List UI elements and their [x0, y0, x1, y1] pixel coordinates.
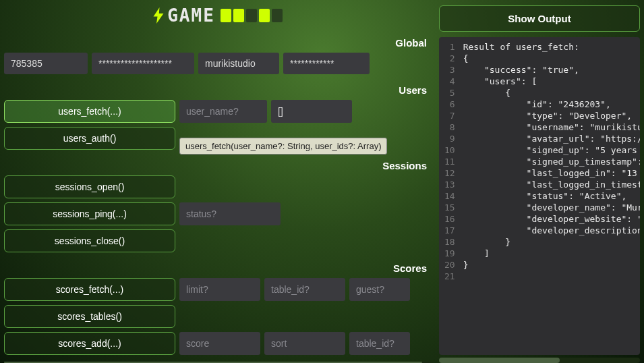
section-header-scores: Scores: [4, 260, 431, 278]
logo-jolt-blocks: [221, 9, 283, 22]
sessions-ping-status-input[interactable]: [179, 202, 281, 225]
sessions-ping-button[interactable]: sessions_ping(...): [4, 202, 175, 225]
section-header-sessions: Sessions: [4, 157, 431, 175]
function-signature-tooltip: users_fetch(user_name?: String, user_ids…: [179, 138, 387, 155]
logo-game-text: GAME: [167, 5, 215, 26]
scores-add-tableid-input[interactable]: [349, 332, 410, 355]
bolt-icon: [152, 7, 165, 24]
users-fetch-button[interactable]: users_fetch(...): [4, 100, 175, 123]
logo: GAME: [4, 5, 431, 26]
section-header-users: Users: [4, 82, 431, 100]
output-code-view: 123456789101112131415161718192021 Result…: [439, 37, 640, 355]
scores-fetch-guest-input[interactable]: [349, 278, 410, 301]
sessions-open-button[interactable]: sessions_open(): [4, 175, 175, 198]
right-horizontal-scrollbar[interactable]: [439, 358, 640, 363]
svg-marker-0: [154, 7, 164, 24]
users-auth-button[interactable]: users_auth(): [4, 127, 175, 150]
user-token-input[interactable]: [283, 53, 370, 74]
private-key-input[interactable]: [92, 53, 194, 74]
users-fetch-username-input[interactable]: [179, 100, 267, 123]
scores-fetch-tableid-input[interactable]: [264, 278, 345, 301]
username-input[interactable]: [198, 53, 279, 74]
output-lines: Result of users_fetch:{ "success": "true…: [458, 37, 640, 355]
scores-fetch-limit-input[interactable]: [179, 278, 260, 301]
game-id-input[interactable]: [4, 53, 88, 74]
line-number-gutter: 123456789101112131415161718192021: [439, 37, 458, 355]
scores-tables-button[interactable]: scores_tables(): [4, 305, 175, 328]
scores-add-button[interactable]: scores_add(...): [4, 332, 175, 355]
section-header-global: Global: [4, 34, 431, 53]
sessions-close-button[interactable]: sessions_close(): [4, 229, 175, 252]
scores-add-score-input[interactable]: [179, 332, 260, 355]
users-fetch-ids-input[interactable]: [271, 100, 352, 123]
scores-add-sort-input[interactable]: [264, 332, 345, 355]
scores-fetch-button[interactable]: scores_fetch(...): [4, 278, 175, 301]
show-output-button[interactable]: Show Output: [439, 5, 640, 32]
